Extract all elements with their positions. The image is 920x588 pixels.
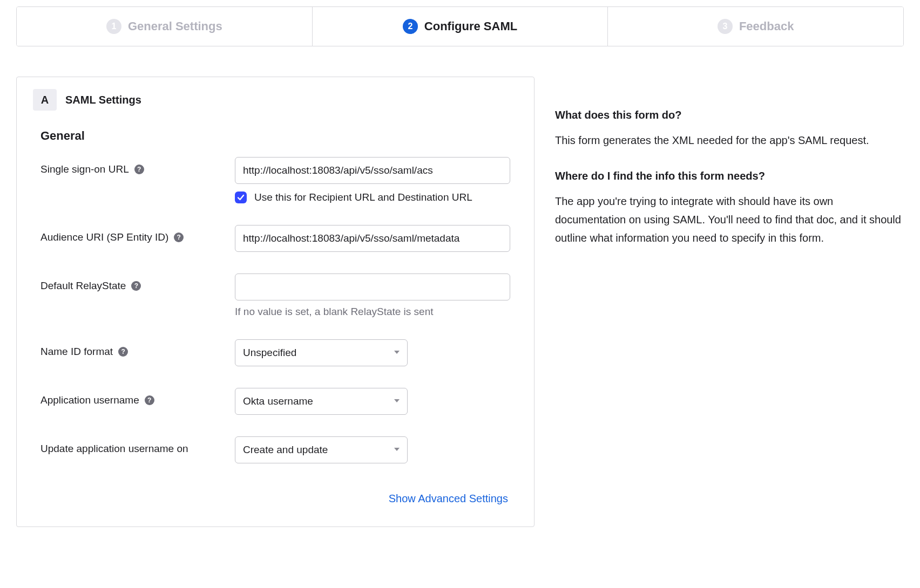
update-username-on-select[interactable]: Create and update (235, 436, 408, 463)
help-question-1: What does this form do? (555, 109, 904, 121)
name-id-format-select[interactable]: Unspecified (235, 339, 408, 366)
help-icon[interactable]: ? (131, 281, 141, 291)
relay-state-input[interactable] (235, 274, 510, 300)
app-username-select[interactable]: Okta username (235, 388, 408, 415)
label-sso-url: Single sign-on URL (40, 163, 129, 175)
row-audience-uri: Audience URI (SP Entity ID) ? (40, 225, 510, 252)
step-number: 2 (403, 19, 418, 34)
row-relay-state: Default RelayState ? If no value is set,… (40, 274, 510, 318)
label-audience-uri: Audience URI (SP Entity ID) (40, 231, 168, 243)
label-name-id-format: Name ID format (40, 346, 113, 358)
subsection-title: General (40, 129, 510, 143)
step-number: 1 (106, 19, 121, 34)
recipient-url-checkbox-label: Use this for Recipient URL and Destinati… (254, 192, 472, 203)
step-feedback[interactable]: 3 Feedback (608, 7, 903, 46)
help-icon[interactable]: ? (174, 233, 184, 242)
step-label: Configure SAML (424, 19, 517, 33)
help-sidebar: What does this form do? This form genera… (555, 77, 904, 268)
sso-url-input[interactable] (235, 157, 510, 184)
recipient-url-checkbox[interactable] (235, 192, 247, 203)
show-advanced-settings-link[interactable]: Show Advanced Settings (389, 493, 508, 504)
step-label: General Settings (128, 19, 222, 33)
help-icon[interactable]: ? (145, 395, 154, 405)
section-header: A SAML Settings (33, 89, 518, 111)
check-icon (237, 194, 245, 201)
row-sso-url: Single sign-on URL ? Use this for Recipi… (40, 157, 510, 203)
row-update-username-on: Update application username on Create an… (40, 436, 510, 463)
label-update-username-on: Update application username on (40, 443, 188, 455)
help-icon[interactable]: ? (134, 165, 144, 174)
row-name-id-format: Name ID format ? Unspecified (40, 339, 510, 366)
label-app-username: Application username (40, 394, 139, 406)
saml-settings-card: A SAML Settings General Single sign-on U… (16, 77, 535, 527)
relay-state-hint: If no value is set, a blank RelayState i… (235, 306, 510, 318)
help-answer-1: This form generates the XML needed for t… (555, 131, 904, 149)
label-relay-state: Default RelayState (40, 280, 126, 292)
section-title: SAML Settings (65, 94, 141, 106)
step-general-settings[interactable]: 1 General Settings (17, 7, 313, 46)
audience-uri-input[interactable] (235, 225, 510, 252)
help-question-2: Where do I find the info this form needs… (555, 170, 904, 182)
section-letter-badge: A (33, 89, 57, 111)
step-label: Feedback (739, 19, 794, 33)
step-wizard: 1 General Settings 2 Configure SAML 3 Fe… (16, 6, 904, 46)
step-configure-saml[interactable]: 2 Configure SAML (313, 7, 608, 46)
step-number: 3 (718, 19, 733, 34)
row-app-username: Application username ? Okta username (40, 388, 510, 415)
help-answer-2: The app you're trying to integrate with … (555, 192, 904, 247)
help-icon[interactable]: ? (118, 347, 128, 357)
